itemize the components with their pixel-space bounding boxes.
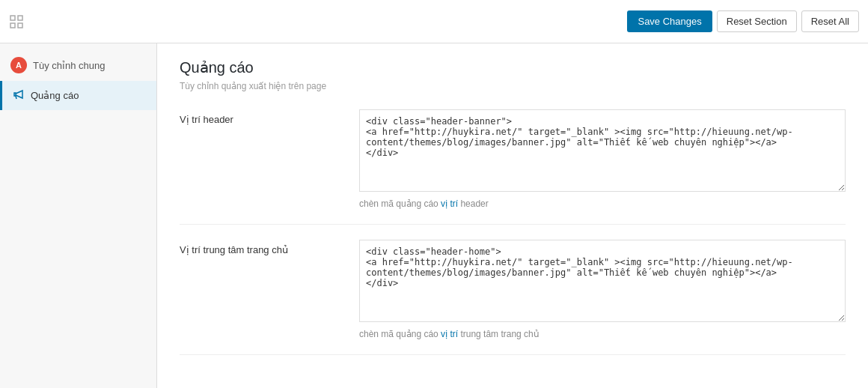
- hint-prefix-trung-tam: chèn mã quảng cáo: [359, 329, 441, 339]
- field-row-header: Vị trí header <div class="header-banner"…: [180, 109, 846, 225]
- field-hint-trung-tam: chèn mã quảng cáo vị trí trung tâm trang…: [359, 329, 846, 339]
- svg-rect-1: [18, 16, 22, 20]
- app-logo-icon: A: [10, 57, 27, 73]
- field-label-header: Vị trí header: [180, 109, 359, 125]
- field-content-trung-tam: <div class="header-home"> <a href="http:…: [359, 240, 846, 339]
- megaphone-icon: [13, 88, 25, 103]
- field-hint-header: chèn mã quảng cáo vị trí header: [359, 198, 846, 209]
- reset-all-button[interactable]: Reset All: [801, 10, 859, 32]
- trung-tam-textarea[interactable]: <div class="header-home"> <a href="http:…: [359, 240, 846, 322]
- hint-link-vitri-trung-tam[interactable]: vị trí: [441, 329, 458, 339]
- content-title: Quảng cáo: [180, 58, 846, 76]
- top-bar-actions: Save Changes Reset Section Reset All: [627, 10, 859, 32]
- hint-prefix-header: chèn mã quảng cáo: [359, 198, 441, 209]
- reset-section-button[interactable]: Reset Section: [717, 10, 797, 32]
- sidebar-item-label: Quảng cáo: [31, 90, 79, 101]
- svg-rect-0: [10, 16, 15, 20]
- sidebar-title: A Tùy chỉnh chung: [0, 49, 156, 81]
- hint-suffix-header: header: [458, 198, 489, 209]
- sidebar-app-title: Tùy chỉnh chung: [33, 60, 106, 71]
- hint-link-vitri-header[interactable]: vị trí: [441, 198, 458, 209]
- main-layout: A Tùy chỉnh chung Quảng cáo Quảng cáo Tù…: [0, 43, 868, 388]
- field-row-trung-tam: Vị trí trung tâm trang chủ <div class="h…: [180, 240, 846, 355]
- content-area: Quảng cáo Tùy chỉnh quảng xuất hiện trên…: [157, 43, 868, 388]
- field-label-trung-tam: Vị trí trung tâm trang chủ: [180, 240, 359, 255]
- content-subtitle: Tùy chỉnh quảng xuất hiện trên page: [180, 81, 846, 91]
- sidebar: A Tùy chỉnh chung Quảng cáo: [0, 43, 157, 388]
- sidebar-item-quang-cao[interactable]: Quảng cáo: [0, 81, 156, 110]
- save-changes-button[interactable]: Save Changes: [627, 10, 712, 32]
- header-textarea[interactable]: <div class="header-banner"> <a href="htt…: [359, 109, 846, 192]
- svg-rect-3: [18, 23, 22, 28]
- field-content-header: <div class="header-banner"> <a href="htt…: [359, 109, 846, 209]
- grid-icon: [9, 14, 24, 29]
- hint-suffix-trung-tam: trung tâm trang chủ: [458, 329, 540, 339]
- top-bar: Save Changes Reset Section Reset All: [0, 0, 868, 43]
- top-bar-left: [9, 14, 24, 29]
- svg-rect-2: [10, 23, 15, 28]
